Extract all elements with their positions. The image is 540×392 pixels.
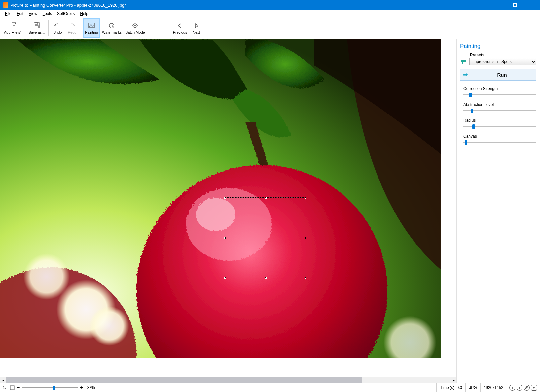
sidebar-title: Painting xyxy=(460,43,536,49)
watermarks-button[interactable]: C Watermarks xyxy=(100,18,123,38)
window-title: Picture to Painting Converter Pro - appl… xyxy=(10,3,492,8)
status-time: Time (s): 0.0 xyxy=(436,383,465,392)
youtube-icon[interactable] xyxy=(531,385,537,391)
menu-tools[interactable]: Tools xyxy=(40,11,54,16)
facebook-icon[interactable]: f xyxy=(517,385,522,391)
image-canvas[interactable] xyxy=(0,39,441,358)
close-button[interactable] xyxy=(522,0,537,10)
redo-button[interactable]: Redo xyxy=(65,18,79,38)
add-file-icon xyxy=(11,22,18,30)
menu-view[interactable]: View xyxy=(26,11,40,16)
status-format: JPG xyxy=(465,383,480,392)
svg-line-35 xyxy=(6,388,7,390)
abstraction-slider[interactable] xyxy=(463,108,536,114)
canvas-slider[interactable] xyxy=(463,139,536,145)
abstraction-label: Abstraction Level xyxy=(463,102,536,107)
svg-point-26 xyxy=(90,306,129,346)
save-as-button[interactable]: Save as... xyxy=(27,18,46,38)
svg-point-14 xyxy=(134,25,136,26)
presets-icon xyxy=(460,58,467,65)
horizontal-scrollbar[interactable]: ◂ ▸ xyxy=(0,377,456,383)
svg-rect-9 xyxy=(35,26,38,28)
radius-label: Radius xyxy=(463,118,536,123)
next-button[interactable]: Next xyxy=(189,18,203,38)
twitter-icon[interactable] xyxy=(524,385,530,391)
info-icon[interactable]: i xyxy=(509,385,515,391)
toolbar: Add File(s)... Save as... Undo Redo Pain… xyxy=(0,17,540,39)
previous-icon xyxy=(176,22,184,30)
undo-label: Undo xyxy=(53,30,62,34)
svg-rect-31 xyxy=(462,60,463,61)
titlebar: Picture to Painting Converter Pro - appl… xyxy=(0,0,540,10)
radius-slider[interactable] xyxy=(463,123,536,129)
redo-label: Redo xyxy=(68,30,76,34)
zoom-minus[interactable]: − xyxy=(17,385,20,391)
zoom-value: 82% xyxy=(87,385,95,390)
watermarks-icon: C xyxy=(108,22,115,30)
svg-rect-33 xyxy=(462,62,463,64)
correction-slider[interactable] xyxy=(463,92,536,98)
menu-edit[interactable]: Edit xyxy=(14,11,26,16)
undo-button[interactable]: Undo xyxy=(51,18,64,38)
watermarks-label: Watermarks xyxy=(102,30,122,34)
zoom-plus[interactable]: + xyxy=(80,385,83,391)
svg-text:C: C xyxy=(111,24,113,28)
statusbar: − + 82% Time (s): 0.0 JPG 1920x1152 i f xyxy=(0,383,540,392)
next-icon xyxy=(193,22,200,30)
presets-select[interactable]: Impressionism - Spots xyxy=(469,58,536,65)
add-files-button[interactable]: Add File(s)... xyxy=(2,18,26,38)
maximize-button[interactable] xyxy=(507,0,522,10)
canvas-area: ◂ ▸ xyxy=(0,39,456,383)
save-icon xyxy=(33,22,40,30)
canvas-viewport[interactable] xyxy=(0,39,456,358)
status-dimensions: 1920x1152 xyxy=(480,383,507,392)
undo-icon xyxy=(54,22,61,30)
next-label: Next xyxy=(193,30,200,34)
previous-label: Previous xyxy=(173,30,187,34)
redo-icon xyxy=(68,22,76,30)
svg-point-25 xyxy=(23,253,70,300)
run-label: Run xyxy=(471,72,533,78)
app-icon xyxy=(3,2,8,8)
svg-rect-1 xyxy=(513,4,516,7)
save-as-label: Save as... xyxy=(28,30,45,34)
painting-label: Painting xyxy=(85,30,98,34)
zoom-out-icon[interactable] xyxy=(2,385,8,390)
selection-marquee[interactable] xyxy=(225,197,306,278)
scroll-left-icon[interactable]: ◂ xyxy=(0,377,6,383)
batch-mode-button[interactable]: Batch Mode xyxy=(124,18,147,38)
presets-label: Presets xyxy=(470,53,536,57)
previous-button[interactable]: Previous xyxy=(171,18,189,38)
zoom-slider[interactable] xyxy=(22,385,78,390)
minimize-button[interactable] xyxy=(492,0,507,10)
batch-icon xyxy=(131,22,139,30)
painting-button[interactable]: Painting xyxy=(83,18,100,38)
menu-softorbits[interactable]: SoftOrbits xyxy=(54,11,77,16)
canvas-label: Canvas xyxy=(463,134,536,139)
correction-label: Correction Strength xyxy=(463,86,536,91)
svg-rect-36 xyxy=(10,386,14,390)
painting-icon xyxy=(88,22,95,30)
fit-icon[interactable] xyxy=(10,385,15,390)
run-button[interactable]: ➡ Run xyxy=(460,69,536,81)
menu-help[interactable]: Help xyxy=(77,11,91,16)
menubar: File Edit View Tools SoftOrbits Help xyxy=(0,10,540,17)
menu-file[interactable]: File xyxy=(2,11,14,16)
sidebar: Painting Presets Impressionism - Spots ➡… xyxy=(456,39,540,383)
svg-rect-32 xyxy=(464,61,465,62)
run-arrow-icon: ➡ xyxy=(463,71,468,78)
add-files-label: Add File(s)... xyxy=(4,30,24,34)
svg-rect-8 xyxy=(35,23,38,24)
batch-label: Batch Mode xyxy=(126,30,145,34)
scroll-right-icon[interactable]: ▸ xyxy=(451,377,456,383)
